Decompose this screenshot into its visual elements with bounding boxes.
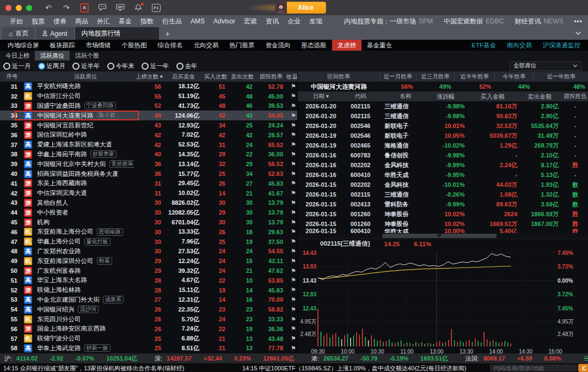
- seat-row[interactable]: 50游广发杭州富春路2939.32亿242147.62⚑: [0, 266, 297, 276]
- news-item-right[interactable]: 14:15 中证1000ETF（159845.SZ）上涨1.09%，盘中成交额达…: [242, 364, 466, 372]
- subnav-item-市场情绪[interactable]: 市场情绪: [81, 40, 117, 51]
- seat-row[interactable]: 58高华泰上海武定路抄新一族258.51亿211377.78⚑: [0, 344, 297, 353]
- subnav-right-ETF基金[interactable]: ETF基金: [466, 40, 501, 51]
- seat-row[interactable]: 41游东吴上海西藏南路3129.45亿262745.83⚑: [0, 179, 297, 188]
- period-radio-近两月[interactable]: 近两月: [38, 62, 66, 70]
- menu-item-AMS[interactable]: AMS: [186, 17, 209, 25]
- segment-今日上榜[interactable]: 今日上榜: [0, 51, 35, 60]
- seat-row[interactable]: 33游国盛宁波桑田路宁波桑田路5241.73亿484639.53⚑: [0, 101, 297, 111]
- detail-row[interactable]: 2026-01-20002115三维通信-9.98%81.16万2.90亿-: [298, 101, 588, 111]
- subnav-item-龙虎榜[interactable]: 龙虎榜: [332, 40, 362, 51]
- scrollbar-handle[interactable]: [382, 234, 497, 238]
- detail-row[interactable]: 2026-01-20002546新联电子10.01%32.53万5535.64万…: [298, 121, 588, 131]
- subnav-item-内地综合屏[interactable]: 内地综合屏: [2, 40, 45, 51]
- new-tab-button[interactable]: +: [160, 27, 175, 40]
- subnav-item-北向交易[interactable]: 北向交易: [188, 40, 224, 51]
- detail-row[interactable]: 2026-01-19002465海格通信-10.02%1.29亿269.79万-: [298, 141, 588, 150]
- seat-row[interactable]: 43游其他自然人308826.02亿303013.79⚑: [0, 198, 297, 208]
- menu-item-基金[interactable]: 基金: [114, 17, 136, 26]
- detail-row[interactable]: 2026-01-16600410华胜天成-9.95%-5.13亿-: [298, 170, 588, 180]
- corner-button[interactable]: C: [578, 364, 588, 372]
- seat-row[interactable]: 37高爱建上海浦东新区前滩大道4252.53亿312465.52⚑: [0, 140, 297, 150]
- annotate-a-icon[interactable]: A: [80, 3, 89, 12]
- seat-col-header[interactable]: 跟投胜率: [256, 73, 286, 81]
- seat-row[interactable]: 35游中国银河宜昌新世纪4312.93亿342524.24⚑: [0, 120, 297, 130]
- subnav-item-综合排名[interactable]: 综合排名: [152, 40, 188, 51]
- menu-item-债券[interactable]: 债券: [49, 17, 71, 26]
- period-radio-去年[interactable]: 去年: [176, 62, 198, 70]
- minimize-window-icon[interactable]: [16, 5, 22, 11]
- menu-right-item[interactable]: 财经资讯NEWS: [514, 17, 563, 26]
- detail-row[interactable]: 2026-01-15002115三维通信-0.26%1.08亿1.32亿败: [298, 190, 588, 199]
- bell-icon[interactable]: [134, 3, 143, 12]
- period-radio-近半年[interactable]: 近半年: [72, 62, 100, 70]
- seat-row[interactable]: 53高中金北京建国门外大街成泉系2712.31亿141670.00⚑: [0, 295, 297, 305]
- seat-row[interactable]: 32机中信浙江分公司5551.19亿454845.00⚑: [0, 92, 297, 101]
- seat-row[interactable]: 45游机构306701.04亿303013.79⚑: [0, 217, 297, 227]
- detail-row[interactable]: 2026-01-15002413雷科防务-9.99%89.63万3.59亿败: [298, 199, 588, 209]
- maximize-window-icon[interactable]: [26, 5, 32, 11]
- search-input[interactable]: [490, 364, 577, 371]
- segment-活跃个股[interactable]: 活跃个股: [70, 51, 105, 60]
- detail-col-header[interactable]: 日期 ▾: [298, 93, 344, 100]
- detail-row[interactable]: 2026-01-15001260坤泰股份10.02%1669.51万1867.0…: [298, 219, 588, 229]
- period-radio-近一年[interactable]: 近一年: [142, 62, 169, 70]
- seat-row[interactable]: 55机东莞四川分公司265.70亿242333.33⚑: [0, 314, 297, 324]
- chat-icon[interactable]: [98, 3, 107, 12]
- subnav-right-沪深港通监控[interactable]: 沪深港通监控: [537, 40, 586, 51]
- close-window-icon[interactable]: [5, 5, 11, 11]
- seat-row[interactable]: 56游国金上海静安区南京西路267.24亿221936.36⚑: [0, 324, 297, 334]
- redo-icon[interactable]: ↷: [62, 3, 71, 12]
- tab-mainland-stocks[interactable]: 内地股票行情: [75, 27, 159, 40]
- subnav-item-热门股票[interactable]: 热门股票: [224, 40, 260, 51]
- seat-row[interactable]: 47机华鑫上海分公司量化打板307.96亿251937.50⚑: [0, 237, 297, 247]
- subnav-item-个股热图[interactable]: 个股热图: [117, 40, 152, 51]
- menu-right-item[interactable]: 内地股票专题：一级市场SPM: [344, 17, 433, 26]
- seat-row[interactable]: 39高中国银河北京中关村大街竞价抢筹3613.14亿322956.52⚑: [0, 159, 297, 169]
- more-menu-icon[interactable]: •••: [574, 17, 583, 25]
- seat-row[interactable]: 38游华鑫上海宛平南路炒股养家4014.35亿292236.00⚑: [0, 150, 297, 160]
- seat-row[interactable]: 40高招商深圳益田路免税商务大厦3615.77亿253452.63⚑: [0, 169, 297, 179]
- menu-item-宏观[interactable]: 宏观: [240, 17, 261, 26]
- seat-row[interactable]: 34高中国银河大连黄河路陈小群49124.06亿424354.05⚑: [0, 111, 297, 120]
- subnav-item-基金重仓[interactable]: 基金重仓: [362, 40, 397, 51]
- menu-item-指数[interactable]: 指数: [136, 17, 158, 26]
- seat-row[interactable]: 48高广发郑州农业路3027.53亿242454.55⚑: [0, 247, 297, 257]
- detail-row[interactable]: 2026-01-20002115三维通信-9.98%90.83万2.90亿-: [298, 111, 588, 121]
- menu-item-发现[interactable]: 发现: [305, 17, 327, 26]
- segment-活跃席位[interactable]: 活跃席位: [35, 51, 70, 60]
- seat-row[interactable]: 52游联储上海松林路2815.11亿191445.83⚑: [0, 285, 297, 295]
- menu-item-商品[interactable]: 商品: [71, 17, 93, 26]
- seat-row[interactable]: 57机联储宁波分公司256.88亿211343.48⚑: [0, 334, 297, 344]
- menu-lines-green-icon[interactable]: [584, 356, 588, 361]
- menu-right-item[interactable]: 中国宏观数据EDBC: [444, 17, 504, 26]
- seat-row[interactable]: 51高华宝上海东大名路284.67亿221053.85⚑: [0, 276, 297, 285]
- menu-item-企业[interactable]: 企业: [283, 17, 305, 26]
- menu-item-Advisor[interactable]: Advisor: [209, 17, 240, 25]
- subnav-item-形态选股[interactable]: 形态选股: [296, 40, 332, 51]
- horizontal-scrollbar[interactable]: [298, 233, 588, 239]
- detail-row[interactable]: 2026-01-15600410华胜天成10.00%5.40亿胜: [298, 229, 588, 233]
- seat-row[interactable]: 31高平安杭州曙光路5618.12亿514252.78⚑: [0, 82, 297, 92]
- undo-icon[interactable]: ↶: [44, 3, 53, 12]
- detail-row[interactable]: 2026-01-15001260坤泰股份10.02%26241866.59万胜: [298, 209, 588, 219]
- seat-col-header[interactable]: 上榜次数 ▾: [134, 73, 164, 81]
- period-radio-今年来[interactable]: 今年来: [107, 62, 135, 70]
- seat-filter-dropdown[interactable]: 全部席位: [510, 62, 581, 71]
- menu-item-资讯[interactable]: 资讯: [261, 17, 283, 26]
- subnav-item-资金流向[interactable]: 资金流向: [260, 40, 296, 51]
- tab-home[interactable]: ⌂ 首页: [2, 27, 35, 40]
- seat-col-header[interactable]: 总买卖金: [164, 73, 203, 81]
- period-radio-近一月[interactable]: 近一月: [3, 62, 31, 70]
- news-item-left[interactable]: 14:15 众邦银行缩减“朋友圈”，13家担保机构被移出合作名单(瑞财经): [3, 364, 184, 372]
- wp-screen-icon[interactable]: WP: [116, 3, 125, 12]
- subnav-right-南向交易[interactable]: 南向交易: [501, 40, 537, 51]
- tab-agent[interactable]: Agent: [36, 27, 74, 40]
- seat-row[interactable]: 54高中国银河绍兴流沙河2622.35亿232358.82⚑: [0, 304, 297, 314]
- f1-icon[interactable]: F1: [152, 3, 161, 12]
- seat-row[interactable]: 36游国信深圳红岭中路427.02亿424228.57⚑: [0, 130, 297, 140]
- detail-row[interactable]: 2026-01-16600783鲁信创投-9.98%-2.10亿-: [298, 150, 588, 160]
- chevron-down-icon[interactable]: [575, 30, 581, 36]
- seat-row[interactable]: 49机东亚前海深圳分公司粉葛2912.24亿241542.11⚑: [0, 256, 297, 266]
- seat-row[interactable]: 44游中小投资者3012082.05亿293013.79⚑: [0, 208, 297, 217]
